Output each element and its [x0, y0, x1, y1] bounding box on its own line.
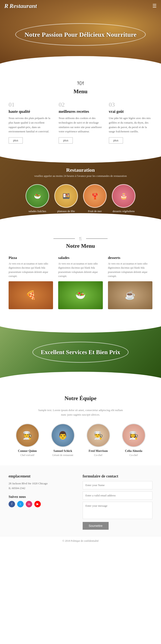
category-label-desserts: desserts végétaliens	[112, 210, 136, 213]
social-icons: f t in ▶	[8, 501, 74, 507]
notre-menu-salades-title: salades	[58, 256, 103, 260]
category-circles: 🥗 salades fraîches 🍱 plateaux de fête 🦞 …	[6, 184, 155, 213]
restauration-wave-bottom	[0, 213, 161, 224]
banner2-circle: Excellent Services Et Bien Prix	[32, 342, 129, 363]
menu-section: 🍽 Menu 01 haute qualité Nous servons des…	[0, 69, 161, 152]
team-member-samuel: 👨 Samuel Schick Gérant de restaurant	[47, 424, 78, 457]
divider-left	[53, 238, 75, 239]
logo-letter: R	[4, 2, 8, 9]
notre-menu-title: Notre Menu	[8, 243, 153, 249]
hero-title: Notre Passion Pour Délicieux Nourriture	[24, 30, 137, 39]
team-name-connor: Connor Quinn	[12, 449, 43, 453]
notre-menu-divider: 🍴	[8, 236, 153, 241]
hero-content: Notre Passion Pour Délicieux Nourriture	[15, 23, 146, 46]
team-name-samuel: Samuel Schick	[47, 449, 78, 453]
bottom-section: emplacement 28 Jackson Blvd Ste 1020 Chi…	[0, 466, 161, 536]
dessert-image: ☕	[108, 281, 153, 309]
twitter-icon[interactable]: t	[17, 501, 24, 507]
menu-item-text-2: Nous utilisons des cookies et des techno…	[59, 116, 102, 134]
menu-section-title: Menu	[8, 88, 153, 95]
team-role-fred: Co-chef	[83, 454, 114, 457]
site-logo[interactable]: R Restaurant	[4, 2, 37, 10]
avatar-samuel: 👨	[51, 424, 75, 447]
social-title: Suivez nous	[8, 495, 74, 499]
team-name-celia: Celia Almeda	[118, 449, 149, 453]
menu-grid-item-2: 02 meilleures recettes Nous utilisons de…	[59, 101, 102, 144]
contact-name-input[interactable]	[83, 481, 153, 489]
notre-menu-pizza-title: Pizza	[8, 256, 53, 260]
equipe-title: Notre Équipe	[8, 395, 153, 402]
avatar-connor: 👨‍🍳	[16, 424, 39, 447]
restauration-wave-top	[0, 152, 161, 163]
instagram-icon[interactable]: in	[26, 501, 32, 507]
menu-item-num-3: 03	[109, 101, 153, 108]
notre-menu-section: 🍴 Notre Menu Pizza At vero eos et accusa…	[0, 224, 161, 318]
menu-plus-btn-2[interactable]: plus	[59, 137, 73, 144]
contact-message-input[interactable]	[83, 502, 153, 519]
pizza-image: 🍕	[8, 281, 53, 309]
notre-menu-pizza-text: At vero eos et accusamus et iusto odio d…	[8, 262, 53, 278]
notre-menu-salades: salades At vero eos et accusamus et iust…	[58, 256, 103, 309]
divider-right	[86, 238, 108, 239]
logo-text: Restaurant	[9, 2, 37, 9]
contact-title: formulaire de contact	[83, 474, 153, 478]
notre-menu-pizza: Pizza At vero eos et accusamus et iusto …	[8, 256, 53, 309]
menu-plus-btn-3[interactable]: plus	[109, 137, 123, 144]
contact-email-input[interactable]	[83, 492, 153, 500]
team-member-connor: 👨‍🍳 Connor Quinn Chef exécutif	[12, 424, 43, 457]
team-grid: 👨‍🍳 Connor Quinn Chef exécutif 👨 Samuel …	[8, 424, 153, 457]
category-item-salad: 🥗 salades fraîches	[25, 184, 49, 213]
notre-menu-salades-text: At vero eos et accusamus et iusto odio d…	[58, 262, 103, 278]
salad-image: 🥗	[58, 281, 103, 309]
team-member-celia: 👩‍🍳 Celia Almeda Co-chef	[118, 424, 149, 457]
notre-menu-grid: Pizza At vero eos et accusamus et iusto …	[8, 256, 153, 309]
team-role-connor: Chef exécutif	[12, 454, 43, 457]
menu-grid-item-3: 03 vrai goût Une pâte bit agre légère av…	[109, 101, 153, 144]
facebook-icon[interactable]: f	[8, 501, 15, 507]
menu-grid: 01 haute qualité Nous servons des plats …	[8, 101, 153, 144]
restauration-content: Restauration veuillez appeler au moins 2…	[6, 163, 155, 213]
youtube-icon[interactable]: ▶	[34, 501, 41, 507]
menu-item-title-2: meilleures recettes	[59, 109, 102, 114]
category-circle-fruit-mer: 🦞	[83, 184, 107, 208]
restauration-subtitle: veuillez appeler au moins 24 heures à l'…	[6, 174, 155, 178]
restauration-title: Restauration	[6, 167, 155, 173]
menu-item-num-1: 01	[8, 101, 52, 108]
hamburger-menu[interactable]: ☰	[153, 3, 157, 9]
equipe-section: Notre Équipe Sample text. Lorem ipsum do…	[0, 382, 161, 466]
category-item-plateaux: 🍱 plateaux de fête	[54, 184, 78, 213]
avatar-fred: 👨‍🍳	[87, 424, 110, 447]
category-label-fruit-mer: Fruit de mer	[83, 210, 107, 213]
banner2-content: Excellent Services Et Bien Prix	[32, 342, 129, 363]
location-title: emplacement	[8, 474, 74, 478]
menu-plus-btn-1[interactable]: plus	[8, 137, 23, 144]
menu-section-icon: 🍽	[8, 80, 153, 86]
category-item-fruit-mer: 🦞 Fruit de mer	[83, 184, 107, 213]
category-circle-plateaux: 🍱	[54, 184, 78, 208]
category-item-desserts: 🎂 desserts végétaliens	[112, 184, 136, 213]
notre-menu-icon: 🍴	[78, 236, 83, 241]
address-line2: IL 60504-2342	[8, 486, 25, 490]
category-circle-salad: 🥗	[25, 184, 49, 208]
notre-menu-desserts: desserts At vero eos et accusamus et ius…	[108, 256, 153, 309]
notre-menu-desserts-title: desserts	[108, 256, 153, 260]
location-column: emplacement 28 Jackson Blvd Ste 1020 Chi…	[8, 474, 80, 530]
equipe-subtitle: Sample text. Lorem ipsum dolor sit amet,…	[35, 408, 126, 417]
menu-item-text-1: Nous servons des plats préparés de la pl…	[8, 116, 52, 134]
notre-menu-desserts-text: At vero eos et accusamus et iusto odio d…	[108, 262, 153, 278]
banner2-wave-bottom	[0, 372, 161, 382]
hero-circle: Notre Passion Pour Délicieux Nourriture	[15, 23, 146, 46]
location-address: 28 Jackson Blvd Ste 1020 Chicago IL 6050…	[8, 481, 74, 490]
banner2-title: Excellent Services Et Bien Prix	[41, 348, 120, 356]
restauration-section: Restauration veuillez appeler au moins 2…	[0, 152, 161, 224]
contact-submit-button[interactable]: Soumettre	[83, 522, 109, 530]
team-role-celia: Co-chef	[118, 454, 149, 457]
footer: © 2018 Politique de confidentialité	[0, 536, 161, 546]
menu-item-text-3: Une pâte bit agre légère avec des mix gr…	[109, 116, 153, 134]
address-line1: 28 Jackson Blvd Ste 1020 Chicago	[8, 482, 48, 485]
menu-item-title-1: haute qualité	[8, 109, 52, 114]
contact-column: formulaire de contact Soumettre	[80, 474, 153, 530]
banner2-section: Excellent Services Et Bien Prix	[0, 322, 161, 382]
site-header: R Restaurant ☰	[0, 0, 161, 12]
category-label-salad: salades fraîches	[25, 210, 49, 213]
